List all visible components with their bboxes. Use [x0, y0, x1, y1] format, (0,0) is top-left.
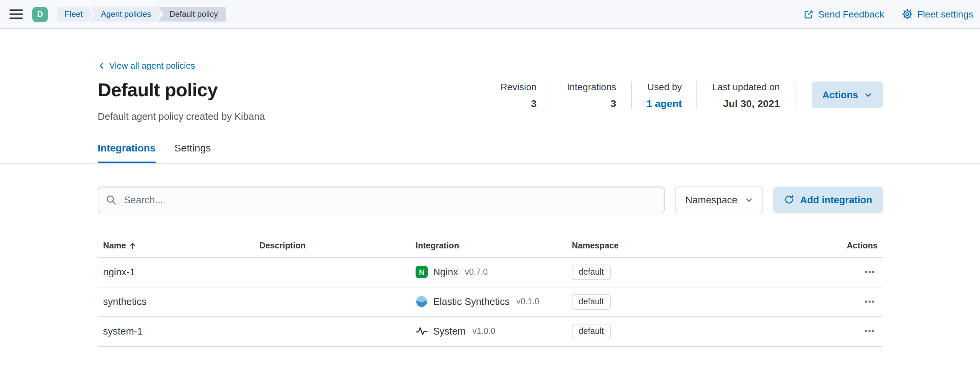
column-label: Namespace	[572, 241, 619, 251]
table-body: nginx-1NNginxv0.7.0defaultsyntheticsElas…	[98, 258, 883, 347]
fleet-settings-label: Fleet settings	[917, 9, 973, 19]
external-link-icon	[803, 9, 813, 19]
refresh-icon	[784, 195, 794, 205]
fleet-settings-link[interactable]: Fleet settings	[902, 9, 973, 19]
integration-description	[254, 317, 410, 346]
integration-version: v0.7.0	[465, 268, 488, 277]
column-label: Actions	[846, 241, 878, 251]
stat-value: 3	[567, 98, 616, 109]
namespace-cell: default	[566, 258, 829, 287]
row-actions-button[interactable]	[861, 323, 878, 339]
integration-policy-name: system-1	[98, 317, 254, 346]
tab-integrations[interactable]: Integrations	[98, 142, 156, 163]
stat-integrations: Integrations3	[552, 81, 632, 109]
column-label: Name	[103, 241, 126, 251]
integration-title: Elastic Synthetics	[433, 297, 509, 307]
nginx-icon: N	[415, 266, 428, 278]
chevron-down-icon	[864, 91, 872, 99]
chevron-left-icon	[98, 62, 105, 69]
policy-description: Default agent policy created by Kibana	[98, 111, 265, 122]
integration-title: System	[433, 326, 466, 337]
integrations-toolbar: Namespace Add integration	[98, 187, 883, 213]
column-header-name[interactable]: Name	[98, 236, 254, 257]
table-row: syntheticsElastic Syntheticsv0.1.0defaul…	[98, 287, 883, 317]
svg-text:N: N	[419, 268, 424, 277]
page-title: Default policy	[98, 80, 265, 101]
integration-version: v1.0.0	[473, 327, 495, 336]
integrations-table: NameDescriptionIntegrationNamespaceActio…	[98, 236, 883, 347]
breadcrumb-fleet[interactable]: Fleet	[57, 7, 92, 22]
search-box	[98, 187, 665, 213]
search-icon	[106, 195, 116, 205]
column-header-description: Description	[254, 236, 410, 257]
page-header: Default policy Default agent policy crea…	[98, 80, 883, 122]
column-header-actions: Actions	[829, 236, 883, 257]
stat-label: Revision	[500, 81, 536, 92]
view-all-policies-link[interactable]: View all agent policies	[98, 60, 195, 71]
add-integration-label: Add integration	[800, 195, 872, 205]
space-avatar[interactable]: D	[32, 6, 48, 22]
view-all-policies-label: View all agent policies	[109, 60, 195, 71]
actions-cell	[829, 287, 883, 316]
integration-cell: Elastic Syntheticsv0.1.0	[410, 287, 566, 316]
row-actions-button[interactable]	[861, 294, 878, 310]
stat-last-updated-on: Last updated onJul 30, 2021	[697, 81, 795, 109]
stat-label: Integrations	[567, 81, 616, 92]
table-row: system-1Systemv1.0.0default	[98, 317, 883, 347]
breadcrumb-agent-policies[interactable]: Agent policies	[89, 7, 161, 22]
column-header-integration: Integration	[410, 236, 566, 257]
sort-ascending-icon	[129, 242, 137, 250]
namespace-filter-button[interactable]: Namespace	[675, 187, 763, 213]
namespace-cell: default	[566, 287, 829, 316]
stat-value: Jul 30, 2021	[712, 98, 780, 109]
system-icon	[415, 325, 428, 338]
kibana-fleet-page: D FleetAgent policiesDefault policy Send…	[0, 0, 980, 379]
stat-used-by: Used by1 agent	[632, 81, 697, 109]
namespace-badge: default	[572, 265, 611, 280]
integration-cell: Systemv1.0.0	[410, 317, 566, 346]
integration-cell: NNginxv0.7.0	[410, 258, 566, 287]
actions-button[interactable]: Actions	[811, 81, 883, 108]
menu-icon[interactable]	[10, 8, 23, 20]
chevron-down-icon	[745, 196, 753, 204]
column-header-namespace: Namespace	[566, 236, 829, 257]
namespace-badge: default	[572, 294, 611, 310]
add-integration-button[interactable]: Add integration	[773, 187, 883, 213]
namespace-cell: default	[566, 317, 829, 346]
stat-label: Used by	[647, 81, 682, 92]
send-feedback-link[interactable]: Send Feedback	[803, 9, 884, 19]
row-actions-button[interactable]	[861, 264, 878, 281]
column-label: Integration	[415, 241, 459, 251]
actions-button-label: Actions	[822, 90, 858, 100]
stat-value[interactable]: 1 agent	[647, 98, 682, 109]
integration-description	[254, 258, 410, 287]
policy-detail-page: View all agent policies Default policy D…	[0, 29, 980, 347]
send-feedback-label: Send Feedback	[818, 9, 884, 19]
tab-settings[interactable]: Settings	[175, 142, 211, 163]
stat-value: 3	[500, 98, 536, 109]
integration-policy-name: synthetics	[98, 287, 254, 316]
stat-label: Last updated on	[712, 81, 780, 92]
tabs-divider	[0, 163, 980, 163]
gear-icon	[902, 9, 912, 19]
table-row: nginx-1NNginxv0.7.0default	[98, 258, 883, 287]
page-header-right: Revision3Integrations3Used by1 agentLast…	[500, 81, 883, 109]
stat-revision: Revision3	[500, 81, 552, 109]
elastic-synthetics-icon	[415, 296, 428, 308]
column-label: Description	[259, 241, 306, 251]
actions-cell	[829, 317, 883, 346]
page-header-left: Default policy Default agent policy crea…	[98, 80, 265, 122]
integration-title: Nginx	[433, 267, 458, 278]
namespace-badge: default	[572, 324, 611, 339]
integration-version: v0.1.0	[516, 297, 539, 307]
integration-policy-name: nginx-1	[98, 258, 254, 287]
topbar-actions: Send Feedback Fleet settings	[803, 9, 973, 19]
policy-stats: Revision3Integrations3Used by1 agentLast…	[500, 81, 795, 109]
table-header-row: NameDescriptionIntegrationNamespaceActio…	[98, 236, 883, 258]
tabs: IntegrationsSettings	[98, 142, 883, 163]
search-input[interactable]	[98, 187, 665, 213]
actions-cell	[829, 258, 883, 287]
breadcrumbs: FleetAgent policiesDefault policy	[57, 7, 226, 22]
top-navigation-bar: D FleetAgent policiesDefault policy Send…	[0, 0, 980, 29]
breadcrumb-default-policy: Default policy	[158, 7, 226, 22]
